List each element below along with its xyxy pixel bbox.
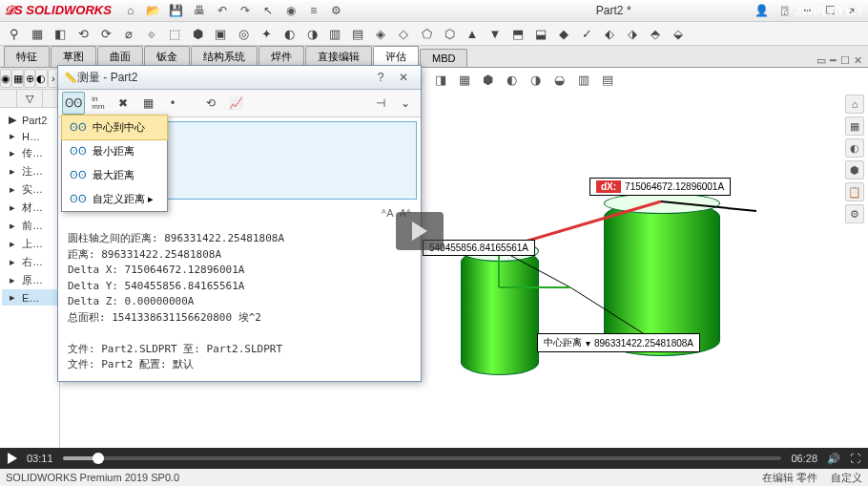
filter-icon[interactable]: ▽	[16, 89, 43, 108]
tool-icon[interactable]: ▥	[324, 23, 345, 44]
view-icon[interactable]: ◨	[430, 69, 451, 90]
point-icon[interactable]: •	[161, 92, 184, 115]
tab-surface[interactable]: 曲面	[97, 46, 143, 67]
video-play-button[interactable]	[396, 212, 444, 250]
view-icon[interactable]: ⬢	[478, 69, 499, 90]
tool-icon[interactable]: ⬚	[164, 23, 185, 44]
options-icon[interactable]: ≡	[303, 1, 324, 20]
volume-icon[interactable]: 🔊	[827, 453, 840, 465]
tree-root[interactable]: ▶Part2	[2, 112, 57, 128]
tool-icon[interactable]: ⬢	[187, 23, 208, 44]
tool-icon[interactable]: ▼	[485, 23, 506, 44]
expand-icon[interactable]: ⌄	[394, 92, 417, 115]
tool-icon[interactable]: ⬗	[622, 23, 643, 44]
tree-item[interactable]: ▸右…	[2, 253, 57, 271]
fullscreen-icon[interactable]: ⛶	[850, 453, 860, 464]
view-icon[interactable]: ▤	[597, 69, 618, 90]
tree-item[interactable]: ▸材…	[2, 199, 57, 217]
tool-icon[interactable]: ◐	[279, 23, 300, 44]
view-icon[interactable]: ▥	[573, 69, 594, 90]
tree-item[interactable]: ▸H…	[2, 128, 57, 144]
tool-icon[interactable]: ▲	[462, 23, 483, 44]
tree-tab-icon[interactable]: ◉	[0, 69, 11, 88]
doc-tab-icon[interactable]: ▭	[816, 54, 826, 67]
taskpane-icon[interactable]: 📋	[845, 182, 864, 201]
tool-icon[interactable]: ◑	[301, 23, 322, 44]
tool-icon[interactable]: ⬡	[439, 23, 460, 44]
tree-tab-icon[interactable]: ⊕	[24, 69, 35, 88]
tool-icon[interactable]: ◧	[50, 23, 71, 44]
view-icon[interactable]: ▦	[454, 69, 475, 90]
tool-icon[interactable]: ✦	[256, 23, 277, 44]
close-icon[interactable]: ✕	[392, 69, 415, 86]
dropdown-item-custom[interactable]: ʘʘ自定义距离 ▸	[62, 187, 167, 211]
tool-icon[interactable]: ⟲	[72, 23, 93, 44]
dropdown-item-max[interactable]: ʘʘ最大距离	[62, 163, 167, 187]
tab-sheetmetal[interactable]: 钣金	[144, 46, 190, 67]
settings-icon[interactable]: ⚙	[326, 1, 347, 20]
tool-icon[interactable]: ⬙	[668, 23, 689, 44]
tool-icon[interactable]: ⬘	[645, 23, 666, 44]
pin-icon[interactable]: ⊣	[369, 92, 392, 115]
tool-icon[interactable]: ◎	[233, 23, 254, 44]
tree-item[interactable]: ▸E…	[2, 289, 57, 306]
taskpane-icon[interactable]: ⌂	[845, 95, 864, 114]
tab-sketch[interactable]: 草图	[51, 46, 96, 67]
print-icon[interactable]: 🖶	[189, 1, 210, 20]
select-icon[interactable]: ↖	[258, 1, 279, 20]
tree-item[interactable]: ▸前…	[2, 217, 57, 235]
home-icon[interactable]: ⌂	[120, 1, 141, 20]
doc-max-icon[interactable]: ☐	[840, 54, 850, 67]
cylinder-1[interactable]	[461, 249, 539, 375]
arc-mode-icon[interactable]: ʘʘ	[62, 92, 85, 115]
tool-icon[interactable]: ⬖	[599, 23, 620, 44]
dropdown-item-center[interactable]: ʘʘ中心到中心	[61, 115, 168, 140]
tab-evaluate[interactable]: 评估	[373, 46, 419, 67]
tab-weldments[interactable]: 焊件	[258, 46, 304, 67]
taskpane-icon[interactable]: ⚙	[845, 204, 864, 223]
open-icon[interactable]: 📂	[143, 1, 164, 20]
play-icon[interactable]	[8, 453, 17, 464]
tree-item[interactable]: ▸原…	[2, 271, 57, 289]
rebuild-icon[interactable]: ◉	[280, 1, 301, 20]
arc-mode-dropdown[interactable]: ʘʘ中心到中心 ʘʘ最小距离 ʘʘ最大距离 ʘʘ自定义距离 ▸	[61, 115, 168, 212]
tool-icon[interactable]: ⬒	[507, 23, 528, 44]
taskpane-icon[interactable]: ⬢	[845, 160, 864, 180]
taskpane-icon[interactable]: ◐	[845, 138, 864, 158]
tree-item[interactable]: ▸传…	[2, 144, 57, 162]
tree-tab-icon[interactable]: ▦	[11, 69, 23, 88]
tool-icon[interactable]: ⚲	[4, 23, 25, 44]
tree-item[interactable]: ▸注…	[2, 162, 57, 180]
tool-icon[interactable]: ✓	[576, 23, 597, 44]
doc-min-icon[interactable]: ━	[830, 54, 837, 67]
tool-icon[interactable]: ◆	[553, 23, 574, 44]
tab-feature[interactable]: 特征	[4, 46, 50, 67]
help-icon[interactable]: ⍰	[774, 1, 795, 20]
tab-directedit[interactable]: 直接编辑	[305, 46, 372, 67]
save-icon[interactable]: 💾	[166, 1, 187, 20]
tree-tab-icon[interactable]: ◐	[35, 69, 47, 88]
tool-icon[interactable]: ▦	[27, 23, 48, 44]
tool-icon[interactable]: ⟐	[141, 23, 162, 44]
tool-icon[interactable]: ⌀	[118, 23, 139, 44]
xyz-icon[interactable]: ✖	[112, 92, 134, 115]
progress-track[interactable]	[63, 456, 782, 460]
view-icon[interactable]: ◐	[502, 69, 523, 90]
measure-dialog[interactable]: 📏 测量 - Part2 ? ✕ ʘʘ inmm ✖ ▦ • ⟲ 📈 ⊣ ⌄ ᴬ…	[57, 65, 422, 382]
doc-close-icon[interactable]: ✕	[854, 54, 862, 67]
chart-icon[interactable]: 📈	[224, 92, 247, 115]
tool-icon[interactable]: ⟳	[95, 23, 116, 44]
tool-icon[interactable]: ◇	[393, 23, 414, 44]
tab-mbd[interactable]: MBD	[420, 49, 467, 67]
tool-icon[interactable]: ⬠	[416, 23, 437, 44]
calc-icon[interactable]: ▦	[136, 92, 159, 115]
view-icon[interactable]: ◑	[526, 69, 547, 90]
units-button[interactable]: inmm	[87, 92, 110, 115]
dropdown-item-min[interactable]: ʘʘ最小距离	[62, 139, 167, 163]
view-icon[interactable]: ◒	[549, 69, 570, 90]
undo-icon[interactable]: ↶	[212, 1, 233, 20]
tool-icon[interactable]: ◈	[370, 23, 391, 44]
tool-icon[interactable]: ⬓	[530, 23, 551, 44]
help-icon[interactable]: ?	[369, 69, 392, 86]
redo-icon[interactable]: ↷	[235, 1, 256, 20]
